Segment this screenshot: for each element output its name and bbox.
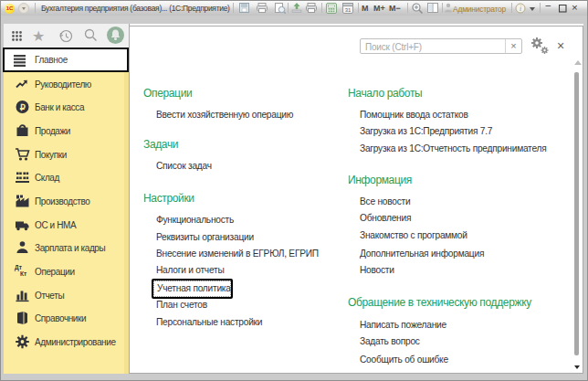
svg-text:i: i: [520, 5, 521, 13]
svg-text:31: 31: [345, 7, 352, 13]
svg-text:₽: ₽: [20, 102, 26, 112]
